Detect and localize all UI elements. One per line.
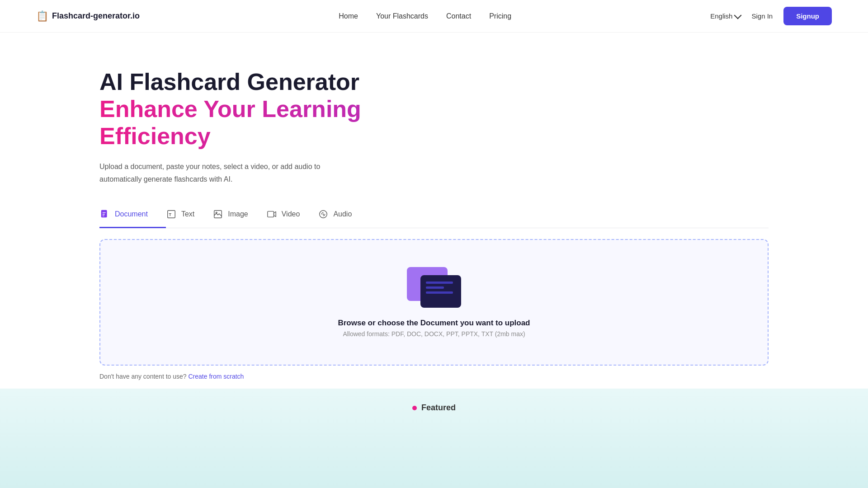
text-icon: T <box>166 209 177 220</box>
chevron-down-icon <box>734 11 742 19</box>
bottom-section: Featured <box>0 389 868 488</box>
nav-contact[interactable]: Contact <box>446 12 471 20</box>
create-scratch-link[interactable]: Create from scratch <box>188 373 244 380</box>
logo[interactable]: 📋 Flashcard-generator.io <box>36 10 140 22</box>
document-illustration <box>407 267 461 308</box>
header-right: English Sign In Signup <box>710 7 832 25</box>
tab-audio[interactable]: Audio <box>318 203 370 228</box>
signup-button[interactable]: Signup <box>783 7 832 25</box>
tab-image[interactable]: Image <box>212 203 266 228</box>
svg-text:T: T <box>169 212 171 216</box>
tab-audio-label: Audio <box>333 210 352 218</box>
svg-rect-8 <box>268 211 274 217</box>
tab-document[interactable]: Document <box>99 203 166 228</box>
svg-rect-2 <box>103 214 105 215</box>
upload-main-text: Browse or choose the Document you want t… <box>338 319 530 328</box>
main-content: AI Flashcard Generator Enhance Your Lear… <box>0 33 868 407</box>
nav-home[interactable]: Home <box>339 12 358 20</box>
signin-button[interactable]: Sign In <box>751 12 773 20</box>
language-label: English <box>710 12 732 20</box>
featured-dot-icon <box>412 406 417 410</box>
tab-text-label: Text <box>181 210 194 218</box>
tab-image-label: Image <box>228 210 248 218</box>
tab-video[interactable]: Video <box>266 203 318 228</box>
language-selector[interactable]: English <box>710 12 741 20</box>
hero-title-line1: AI Flashcard Generator <box>99 69 769 96</box>
video-icon <box>266 209 277 220</box>
svg-point-10 <box>323 213 324 215</box>
upload-sub-text: Allowed formats: PDF, DOC, DOCX, PPT, PP… <box>343 330 525 338</box>
hero-subtitle: Upload a document, paste your notes, sel… <box>99 160 353 185</box>
doc-line-1 <box>426 282 453 284</box>
create-scratch-section: Don't have any content to use? Create fr… <box>99 373 769 380</box>
logo-icon: 📋 <box>36 10 48 22</box>
doc-line-3 <box>426 291 453 294</box>
create-scratch-text: Don't have any content to use? <box>99 373 187 380</box>
nav-pricing[interactable]: Pricing <box>489 12 511 20</box>
page-wrapper: 📋 Flashcard-generator.io Home Your Flash… <box>0 0 868 488</box>
input-type-tabs: Document T Text <box>99 203 769 228</box>
image-icon <box>212 209 223 220</box>
header: 📋 Flashcard-generator.io Home Your Flash… <box>0 0 868 33</box>
tab-text[interactable]: T Text <box>166 203 212 228</box>
tab-document-label: Document <box>115 210 148 218</box>
main-nav: Home Your Flashcards Contact Pricing <box>339 12 511 20</box>
audio-icon <box>318 209 329 220</box>
hero-section: AI Flashcard Generator Enhance Your Lear… <box>99 69 769 185</box>
featured-label: Featured <box>0 389 868 413</box>
document-icon <box>99 209 110 220</box>
featured-text: Featured <box>421 403 456 413</box>
nav-your-flashcards[interactable]: Your Flashcards <box>376 12 428 20</box>
hero-title-line2: Enhance Your Learning Efficiency <box>99 96 769 150</box>
logo-text: Flashcard-generator.io <box>52 11 140 21</box>
upload-area[interactable]: Browse or choose the Document you want t… <box>99 239 769 366</box>
tab-video-label: Video <box>282 210 300 218</box>
doc-front <box>420 275 461 308</box>
doc-line-2 <box>426 286 444 289</box>
svg-rect-1 <box>103 212 106 213</box>
svg-rect-3 <box>103 216 105 216</box>
